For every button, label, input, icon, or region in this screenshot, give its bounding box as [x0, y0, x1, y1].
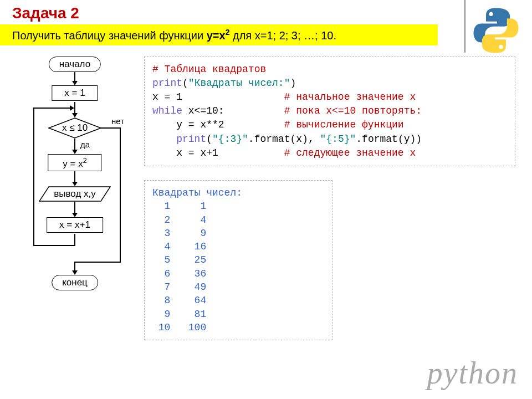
code-l2a: print	[152, 78, 182, 89]
flowchart: начало x = 1 x ≤ 10 да нет y = x2 вывод …	[17, 57, 133, 367]
code-l4c: # пока x<=10 повторять:	[284, 105, 422, 116]
subtitle-prefix: Получить таблицу значений функции	[12, 29, 207, 42]
output-box: Квадраты чисел: 1 1 2 4 3 9 4 16 5 25 6 …	[144, 180, 332, 340]
code-box: # Таблица квадратов print("Квадраты чисе…	[144, 57, 515, 166]
code-l5b: # вычисление функции	[284, 119, 404, 130]
subtitle-suffix: для x=1; 2; 3; …; 10.	[229, 29, 336, 42]
code-l6f: "{:5}"	[320, 134, 356, 145]
flow-end: конец	[52, 275, 98, 290]
flow-start: начало	[49, 57, 101, 72]
arrow-icon	[72, 182, 78, 186]
flow-arrow	[33, 108, 34, 246]
flow-arrow	[74, 102, 75, 114]
flow-arrow	[74, 202, 75, 214]
code-l6d: "{:3}"	[212, 134, 248, 145]
flow-cond-text: x ≤ 10	[62, 122, 88, 133]
svg-point-0	[489, 12, 493, 16]
flow-calc-text: y = x	[63, 158, 83, 168]
flow-decision: x ≤ 10	[48, 117, 101, 139]
flow-calc: y = x2	[48, 154, 101, 172]
code-l7a: x = x+1	[152, 147, 284, 158]
python-watermark: python	[427, 355, 518, 391]
code-l2c: "Квадраты чисел:"	[188, 78, 290, 89]
flow-output-text: вывод x,y	[54, 188, 96, 199]
code-l3b: # начальное значение х	[284, 91, 416, 103]
flow-arrow	[75, 262, 121, 263]
svg-point-1	[499, 45, 503, 49]
flow-yes-label: да	[80, 140, 90, 149]
arrow-icon	[72, 270, 78, 275]
code-l6a	[152, 134, 176, 145]
flow-inc: x = x+1	[47, 217, 103, 233]
arrow-icon	[70, 105, 74, 111]
flow-arrow	[120, 127, 121, 263]
code-l3a: x = 1	[152, 91, 284, 103]
code-l4b: x<=10:	[182, 105, 284, 116]
code-l4a: while	[152, 105, 182, 116]
flow-init: x = 1	[52, 85, 98, 101]
flow-arrow	[33, 108, 71, 109]
code-l5a: y = x**2	[152, 119, 284, 130]
subtitle-func: y=x	[207, 29, 226, 42]
arrow-icon	[72, 113, 78, 117]
task-subtitle: Получить таблицу значений функции y=x2 д…	[0, 24, 438, 45]
flow-arrow	[101, 127, 120, 129]
python-logo-icon	[471, 6, 521, 55]
arrow-icon	[72, 81, 78, 85]
arrow-icon	[72, 150, 78, 154]
flow-arrow	[33, 245, 75, 246]
code-l2d: )	[290, 78, 296, 89]
code-l6e: .format(x),	[248, 134, 320, 145]
code-l6b: print	[176, 134, 206, 145]
arrow-icon	[72, 213, 78, 217]
code-l6c: (	[206, 134, 212, 145]
code-l1: # Таблица квадратов	[152, 64, 266, 75]
code-l2b: (	[182, 78, 188, 89]
flow-calc-exp: 2	[83, 156, 87, 165]
code-l7b: # следующее значение х	[284, 147, 416, 158]
flow-arrow	[74, 234, 75, 245]
task-title: Задача 2	[0, 0, 532, 24]
flow-arrow	[74, 139, 75, 151]
flow-no-label: нет	[111, 116, 124, 126]
logo-divider	[464, 0, 466, 53]
flow-output: вывод x,y	[42, 186, 108, 202]
flow-arrow	[74, 171, 75, 183]
code-l6g: .format(y))	[356, 134, 422, 145]
